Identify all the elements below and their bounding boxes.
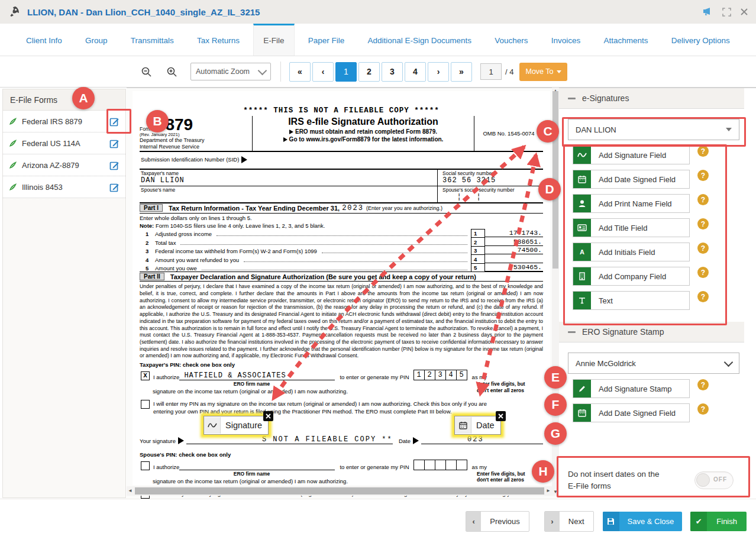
pencil-icon <box>573 380 591 397</box>
declaration-text: Under penalties of perjury, I declare th… <box>140 283 543 360</box>
efile-forms-sidebar: E-File Forms Federal IRS 8879 Federal US… <box>2 89 126 498</box>
horizontal-scrollbar-thumb[interactable] <box>135 487 544 494</box>
tab-attachments[interactable]: Attachments <box>595 24 658 56</box>
sidebar-item-arizona-az-8879[interactable]: Arizona AZ-8879 <box>3 154 125 176</box>
sidebar-item-illinois-8453[interactable]: Illinois 8453 <box>3 176 125 198</box>
pen-icon <box>9 161 17 169</box>
help-icon[interactable]: ? <box>697 218 709 230</box>
building-icon <box>573 267 591 285</box>
add-signature-field-button[interactable]: Add Signature Field <box>573 146 690 164</box>
horizontal-scrollbar[interactable]: ◄ ► <box>127 486 552 496</box>
page-number-input[interactable] <box>480 63 502 80</box>
save-close-button[interactable]: Save & Close <box>603 512 683 531</box>
edit-icon[interactable] <box>109 160 119 170</box>
chevron-down-icon <box>557 70 561 73</box>
form-title: IRS e-file Signature Authorization <box>255 117 471 127</box>
collapse-icon <box>568 98 576 99</box>
signature-icon <box>573 146 591 164</box>
help-icon[interactable]: ? <box>697 291 709 302</box>
remove-date-field-icon[interactable] <box>496 411 506 421</box>
signer-select[interactable]: DAN LLION <box>568 119 739 140</box>
fullscreen-icon[interactable] <box>722 8 731 17</box>
move-to-button[interactable]: Move To <box>519 63 567 81</box>
esignatures-panel: e-Signatures DAN LLION Add Signature Fie… <box>559 88 756 498</box>
pen-icon <box>9 183 17 191</box>
previous-button[interactable]: ‹ Previous <box>466 511 529 532</box>
previous-page-button[interactable]: ‹ <box>312 62 334 82</box>
signature-row: Your signature S NOT A FILEABLE COPY ***… <box>140 424 543 444</box>
calendar-icon <box>573 170 591 188</box>
tab-vouchers[interactable]: Vouchers <box>485 24 537 56</box>
remove-signature-field-icon[interactable] <box>263 411 273 421</box>
esignatures-header[interactable]: e-Signatures <box>559 88 744 109</box>
ero-firm-name: HATFIELD & ASSOCIATES <box>179 371 335 380</box>
add-print-name-field-button[interactable]: Add Print Name Field <box>573 194 690 213</box>
tab-group[interactable]: Group <box>76 24 117 56</box>
add-company-field-button[interactable]: Add Company Field <box>573 267 690 286</box>
edit-icon[interactable] <box>109 117 119 127</box>
next-button[interactable]: › Next <box>544 511 594 532</box>
tab-transmittals[interactable]: Transmittals <box>121 24 183 56</box>
page-button-3[interactable]: 3 <box>382 62 403 82</box>
tab-invoices[interactable]: Invoices <box>542 24 590 56</box>
sidebar-item-federal-irs-8879[interactable]: Federal IRS 8879 <box>3 111 125 132</box>
add-initials-field-button[interactable]: A Add Initials Field <box>573 243 690 261</box>
sidebar-item-federal-us-114a[interactable]: Federal US 114A <box>3 132 125 154</box>
first-page-button[interactable]: « <box>289 62 311 82</box>
ero-signer-select[interactable]: Annie McGoldrick <box>568 353 739 374</box>
zoom-level-select[interactable]: Automatic Zoom <box>190 63 271 80</box>
add-signature-stamp-button[interactable]: Add Signature Stamp <box>573 379 690 398</box>
add-date-signed-field-button[interactable]: Add Date Signed Field <box>573 170 690 189</box>
page-button-1[interactable]: 1 <box>335 62 357 82</box>
date-line: 023 <box>421 435 543 444</box>
authorize-checkbox[interactable]: X <box>141 371 150 380</box>
date-insert-toggle[interactable]: OFF <box>694 471 734 489</box>
help-icon[interactable]: ? <box>697 403 709 415</box>
add-text-field-button[interactable]: Text <box>573 291 690 310</box>
ero-add-date-signed-field-button[interactable]: Add Date Signed Field <box>573 403 690 422</box>
close-icon[interactable] <box>741 8 748 15</box>
own-pin-checkbox[interactable] <box>141 400 150 409</box>
calendar-icon <box>455 417 471 434</box>
zoom-in-icon[interactable] <box>166 66 177 77</box>
ero-signature-stamp-header[interactable]: ERO Signature Stamp <box>559 322 744 342</box>
help-icon[interactable]: ? <box>697 170 709 181</box>
help-icon[interactable]: ? <box>697 379 709 390</box>
tab-client-info[interactable]: Client Info <box>17 24 72 56</box>
page-button-4[interactable]: 4 <box>405 62 426 82</box>
collapse-icon <box>568 331 576 333</box>
annotation-d: D <box>538 178 561 201</box>
page-button-2[interactable]: 2 <box>358 62 380 82</box>
help-icon[interactable]: ? <box>697 267 709 278</box>
help-icon[interactable]: ? <box>697 194 709 205</box>
tab-additional-esign-documents[interactable]: Additional E-Sign Documents <box>358 24 481 56</box>
edit-icon[interactable] <box>109 138 119 148</box>
help-icon[interactable]: ? <box>697 146 709 157</box>
date-field-chip[interactable]: Date <box>454 416 501 435</box>
title-bar: LLION, DAN - Dan Llion_CCH_1040_single_A… <box>0 0 756 24</box>
page-title: LLION, DAN - Dan Llion_CCH_1040_single_A… <box>27 7 260 17</box>
tab-tax-returns[interactable]: Tax Returns <box>188 24 249 56</box>
signature-field-chip[interactable]: Signature <box>203 416 269 435</box>
help-icon[interactable]: ? <box>697 243 709 254</box>
next-page-button[interactable]: › <box>428 62 449 82</box>
edit-icon[interactable] <box>109 182 119 192</box>
calendar-icon <box>573 404 591 422</box>
last-page-button[interactable]: » <box>451 62 472 82</box>
tab-paper-file[interactable]: Paper File <box>299 24 354 56</box>
annotation-a: A <box>72 87 95 109</box>
footer-bar: ‹ Previous › Next Save & Close ✔ Finish <box>0 499 756 543</box>
signature-line: S NOT A FILEABLE COPY ***** <box>186 435 393 444</box>
page-total: / 4 <box>505 67 513 76</box>
add-title-field-button[interactable]: Add Title Field <box>573 218 690 237</box>
taxpayer-ssn: 362 56 3215 <box>442 176 543 185</box>
finish-button[interactable]: ✔ Finish <box>690 512 747 531</box>
taxpayer-pin-boxes: 12345 <box>414 370 467 380</box>
zoom-out-icon[interactable] <box>141 66 152 77</box>
id-card-icon <box>573 219 591 237</box>
tab-e-file[interactable]: E-File <box>253 24 294 56</box>
annotation-c: C <box>537 120 559 143</box>
tab-delivery-options[interactable]: Delivery Options <box>662 24 739 56</box>
megaphone-icon[interactable] <box>702 7 713 17</box>
spouse-authorize-checkbox[interactable] <box>141 461 150 470</box>
